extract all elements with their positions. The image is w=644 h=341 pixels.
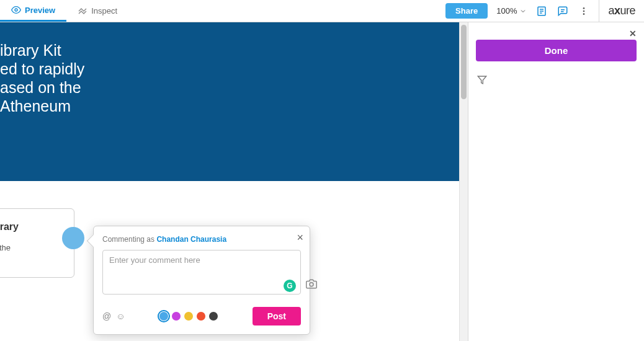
toolbar-right: Share 100% axure [445,0,644,22]
share-button[interactable]: Share [445,3,488,19]
comments-icon[interactable] [557,5,569,17]
tab-inspect[interactable]: Inspect [66,0,128,22]
comments-panel: ✕ Done [468,22,644,341]
tab-inspect-label: Inspect [91,6,117,16]
close-icon[interactable]: × [297,231,303,244]
camera-icon[interactable] [306,278,317,292]
hero-line-1: ibrary Kit [0,41,459,60]
chevron-down-icon [519,7,527,15]
vertical-scrollbar[interactable] [459,22,468,341]
popover-footer: @ ☺ Post [102,307,301,326]
card-body-1: ystem, the [0,242,64,254]
color-magenta[interactable] [172,312,181,321]
commenting-as-prefix: Commenting as [102,235,154,244]
filter-icon[interactable] [477,75,637,87]
color-blue[interactable] [159,312,168,321]
comment-input[interactable] [102,250,301,294]
inspect-icon [78,6,87,16]
scrollbar-thumb[interactable] [461,25,467,99]
mention-icon[interactable]: @ [102,311,111,321]
preview-canvas: ibrary Kit ed to rapidly ased on the Ath… [0,22,459,341]
hero-text: ibrary Kit ed to rapidly ased on the Ath… [0,41,459,115]
tab-preview-label: Preview [25,6,55,15]
more-menu-icon[interactable] [578,5,590,17]
svg-marker-11 [478,76,486,84]
tab-preview[interactable]: Preview [0,0,66,22]
card-body-2: s. [0,254,64,265]
svg-point-7 [583,7,585,9]
color-yellow[interactable] [184,312,193,321]
hero-line-4: Atheneum [0,97,459,115]
axure-logo: axure [599,0,635,22]
hero-banner: ibrary Kit ed to rapidly ased on the Ath… [0,22,459,181]
svg-point-9 [583,13,585,15]
tab-group: Preview Inspect [0,0,128,22]
hero-line-3: ased on the [0,78,459,97]
comment-popover: × Commenting as Chandan Chaurasia G @ ☺ [93,226,310,335]
eye-icon [11,5,21,15]
post-button[interactable]: Post [253,307,301,326]
color-red[interactable] [197,312,205,321]
comment-pin[interactable] [62,227,84,249]
grammarly-icon[interactable]: G [284,280,296,292]
zoom-control[interactable]: 100% [496,6,527,16]
comment-input-wrap: G [102,250,301,297]
svg-point-0 [15,9,17,11]
main-area: ibrary Kit ed to rapidly ased on the Ath… [0,22,644,341]
top-toolbar: Preview Inspect Share 100% axure [0,0,644,22]
card-title: et Library [0,221,64,232]
commenting-as-label: Commenting as Chandan Chaurasia [102,235,301,244]
done-button[interactable]: Done [476,40,637,61]
footer-left-icons: @ ☺ [102,311,125,321]
zoom-value: 100% [496,6,517,16]
color-black[interactable] [209,312,218,321]
commenting-user: Chandan Chaurasia [156,235,226,244]
svg-point-8 [583,10,585,12]
hero-line-2: ed to rapidly [0,60,459,78]
notes-icon[interactable] [535,5,548,17]
color-picker [159,312,218,321]
emoji-icon[interactable]: ☺ [116,311,125,321]
panel-close-icon[interactable]: ✕ [629,29,637,38]
svg-point-10 [310,283,313,286]
